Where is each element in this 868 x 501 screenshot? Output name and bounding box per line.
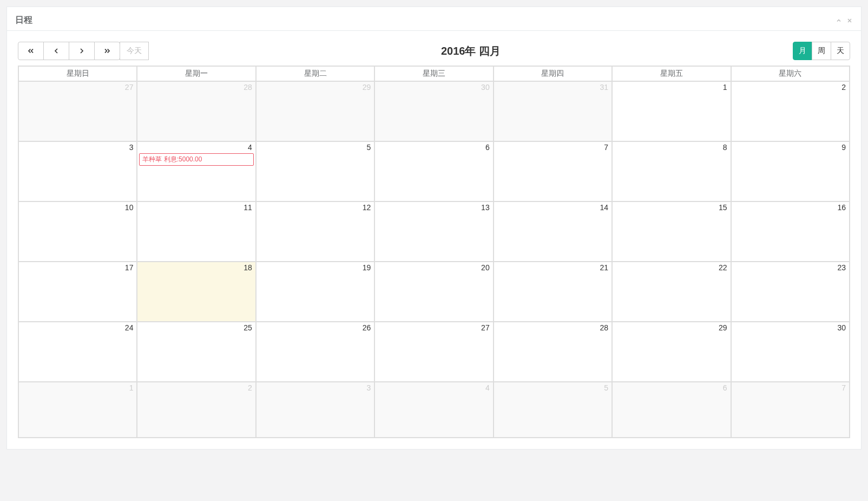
day-number: 29 [613,322,730,333]
weekday-header-row: 星期日星期一星期二星期三星期四星期五星期六 [18,66,850,81]
day-number: 10 [19,202,136,213]
day-number: 30 [732,322,849,333]
day-number: 14 [494,202,611,213]
panel-header: 日程 [7,7,861,31]
calendar-day-cell[interactable]: 21 [494,262,612,322]
weekday-header: 星期一 [137,66,255,81]
calendar-day-cell[interactable]: 27 [374,322,493,382]
next-month-button[interactable] [69,42,95,60]
day-number: 7 [494,142,611,153]
calendar-day-cell[interactable]: 4 [374,382,493,438]
calendar-day-cell[interactable]: 5 [256,141,374,201]
day-number: 5 [257,142,374,153]
calendar-week-row: 34羊种草 利息:5000.0056789 [18,141,850,201]
day-number: 4 [137,142,255,153]
calendar-day-cell[interactable]: 13 [374,201,493,262]
calendar-day-cell[interactable]: 30 [731,322,850,382]
day-number: 15 [613,202,730,213]
calendar-day-cell[interactable]: 9 [731,141,850,201]
day-number: 26 [257,322,374,333]
day-number: 17 [19,262,136,273]
calendar-day-cell[interactable]: 20 [374,262,493,322]
calendar-day-cell[interactable]: 31 [494,81,612,141]
day-number: 31 [494,82,611,93]
calendar-day-cell[interactable]: 26 [256,322,374,382]
day-number: 2 [137,382,255,393]
day-number: 3 [257,382,374,393]
calendar-week-row: 24252627282930 [18,322,850,382]
calendar-day-cell[interactable]: 19 [256,262,374,322]
calendar-grid: 星期日星期一星期二星期三星期四星期五星期六 27282930311234羊种草 … [18,66,850,438]
calendar-day-cell[interactable]: 14 [494,201,612,262]
calendar-day-cell[interactable]: 2 [137,382,255,438]
view-day-button[interactable]: 天 [831,42,850,60]
calendar-day-cell[interactable]: 17 [18,262,137,322]
schedule-panel: 日程 [6,6,862,450]
weekday-header: 星期六 [731,66,850,81]
calendar-day-cell[interactable]: 12 [256,201,374,262]
calendar-day-cell[interactable]: 6 [374,141,493,201]
calendar-day-cell[interactable]: 7 [731,382,850,438]
day-number: 21 [494,262,611,273]
collapse-icon[interactable] [836,17,842,24]
day-number: 24 [19,322,136,333]
panel-tools [836,17,853,24]
calendar-week-row: 10111213141516 [18,201,850,262]
calendar-day-cell[interactable]: 3 [256,382,374,438]
prev-month-button[interactable] [43,42,69,60]
calendar-toolbar: 今天 2016年 四月 月 周 天 [18,42,850,60]
calendar-event[interactable]: 羊种草 利息:5000.00 [139,153,253,166]
chevron-right-icon [76,46,88,56]
toolbar-right: 月 周 天 [793,42,850,60]
weekday-header: 星期五 [612,66,731,81]
calendar-day-cell[interactable]: 29 [612,322,731,382]
day-number: 28 [494,322,611,333]
calendar-day-cell[interactable]: 4羊种草 利息:5000.00 [137,141,255,201]
view-week-button[interactable]: 周 [812,42,831,60]
calendar-day-cell[interactable]: 15 [612,201,731,262]
next-year-button[interactable] [94,42,120,60]
chevron-left-icon [50,46,62,56]
calendar-day-cell[interactable]: 8 [612,141,731,201]
prev-year-button[interactable] [18,42,44,60]
day-number: 2 [732,82,849,93]
calendar-day-cell[interactable]: 27 [18,81,137,141]
calendar-day-cell[interactable]: 30 [374,81,493,141]
calendar-day-cell[interactable]: 1 [18,382,137,438]
day-number: 27 [375,322,492,333]
calendar-day-cell[interactable]: 23 [731,262,850,322]
weekday-header: 星期二 [256,66,374,81]
calendar-day-cell[interactable]: 3 [18,141,137,201]
calendar-day-cell[interactable]: 2 [731,81,850,141]
calendar-day-cell[interactable]: 6 [612,382,731,438]
calendar-day-cell[interactable]: 16 [731,201,850,262]
calendar-day-cell[interactable]: 18 [137,262,255,322]
calendar-day-cell[interactable]: 5 [494,382,612,438]
calendar-day-cell[interactable]: 22 [612,262,731,322]
calendar-day-cell[interactable]: 28 [494,322,612,382]
weekday-header: 星期三 [374,66,493,81]
day-number: 30 [375,82,492,93]
day-number: 11 [137,202,255,213]
calendar-day-cell[interactable]: 1 [612,81,731,141]
view-month-button[interactable]: 月 [793,42,812,60]
today-button[interactable]: 今天 [120,42,149,60]
day-number: 6 [613,382,730,393]
calendar-day-cell[interactable]: 28 [137,81,255,141]
panel-body: 今天 2016年 四月 月 周 天 星期日星期一星期二星期三星期四星期五星期六 … [7,31,861,449]
day-number: 1 [613,82,730,93]
calendar-day-cell[interactable]: 29 [256,81,374,141]
calendar-day-cell[interactable]: 24 [18,322,137,382]
day-number: 5 [494,382,611,393]
day-number: 8 [613,142,730,153]
calendar-day-cell[interactable]: 7 [494,141,612,201]
view-button-group: 月 周 天 [793,42,850,60]
calendar-day-cell[interactable]: 25 [137,322,255,382]
day-number: 16 [732,202,849,213]
day-number: 4 [375,382,492,393]
nav-button-group [18,42,120,60]
calendar-day-cell[interactable]: 10 [18,201,137,262]
close-icon[interactable] [846,17,853,24]
day-number: 19 [257,262,374,273]
calendar-day-cell[interactable]: 11 [137,201,255,262]
